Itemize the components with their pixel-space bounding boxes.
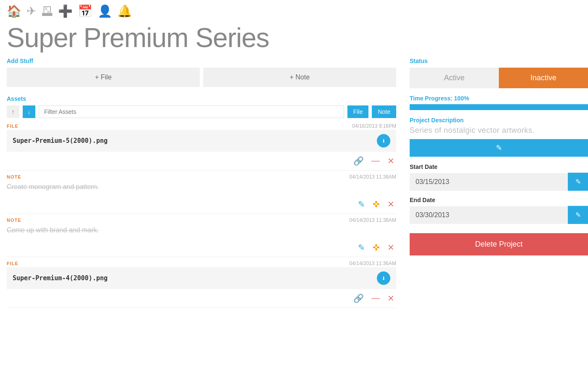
add-file-button[interactable]: + File xyxy=(7,68,200,87)
asset-type-label-3: NOTE xyxy=(7,218,21,223)
start-date-edit-button[interactable]: ✎ xyxy=(568,173,588,191)
edit-description-button[interactable]: ✎ xyxy=(410,139,588,157)
end-date-edit-button[interactable]: ✎ xyxy=(568,206,588,224)
note-text-3: Come up with brand and mark. xyxy=(7,224,396,237)
progress-bar xyxy=(410,104,588,110)
asset-timestamp-1: 04/16/2013 9:16PM xyxy=(352,123,396,129)
plane-icon[interactable]: ✈ xyxy=(26,4,36,18)
filter-note-button[interactable]: Note xyxy=(372,105,396,118)
home-icon[interactable]: 🏠 xyxy=(7,4,21,18)
add-icon[interactable]: ➕ xyxy=(58,4,73,18)
start-date-label: Start Date xyxy=(410,163,588,170)
asset-actions-3: ✎ ✜ ✕ xyxy=(7,238,396,257)
end-date-label: End Date xyxy=(410,197,588,203)
end-date-section: End Date 03/30/2013 ✎ xyxy=(410,197,588,224)
end-date-row: 03/30/2013 ✎ xyxy=(410,206,588,224)
close-icon-2[interactable]: ✕ xyxy=(387,199,395,209)
file-item-4: Super-Premium-4(2000).png ⬇ xyxy=(7,267,396,289)
sort-up-button[interactable]: ↑ xyxy=(7,105,19,118)
filter-file-button[interactable]: File xyxy=(347,105,369,118)
asset-type-label-4: FILE xyxy=(7,261,19,266)
edit-description-icon: ✎ xyxy=(496,144,502,152)
asset-type-label-1: FILE xyxy=(7,124,19,129)
status-toggle: Active Inactive xyxy=(410,68,588,88)
assets-label: Assets xyxy=(7,95,396,102)
asset-actions-2: ✎ ✜ ✕ xyxy=(7,195,396,214)
file-name-4: Super-Premium-4(2000).png xyxy=(13,274,108,282)
file-item-1: Super-Premium-5(2000).png ⬇ xyxy=(7,130,396,152)
minus-icon-4[interactable]: — xyxy=(371,293,380,303)
time-progress-label: Time Progress: 100% xyxy=(410,95,588,102)
delete-project-button[interactable]: Delete Project xyxy=(410,233,588,255)
assets-header: ↑ ↓ File Note xyxy=(7,105,396,118)
cross-icon-2[interactable]: ✜ xyxy=(373,199,380,209)
asset-type-label-2: NOTE xyxy=(7,174,21,179)
link-icon-4[interactable]: 🔗 xyxy=(353,293,364,303)
edit-icon-3[interactable]: ✎ xyxy=(358,242,365,253)
close-icon-4[interactable]: ✕ xyxy=(387,293,395,303)
project-description-text: Series of nostalgic vector artworks. xyxy=(410,126,588,135)
asset-actions-4: 🔗 — ✕ xyxy=(7,289,396,308)
close-icon-3[interactable]: ✕ xyxy=(387,242,395,253)
progress-bar-fill xyxy=(410,104,588,110)
filter-assets-input[interactable] xyxy=(39,105,344,118)
asset-item-4: FILE 04/14/2013 11:36AM Super-Premium-4(… xyxy=(7,260,396,308)
close-icon-1[interactable]: ✕ xyxy=(387,156,395,166)
status-active-button[interactable]: Active xyxy=(410,68,499,88)
person-icon[interactable]: 👤 xyxy=(98,4,112,18)
cross-icon-3[interactable]: ✜ xyxy=(373,242,380,253)
project-description-label: Project Description xyxy=(410,117,588,124)
asset-item-2: NOTE 04/14/2013 11:38AM Create monogram … xyxy=(7,174,396,214)
minus-icon-1[interactable]: — xyxy=(371,156,380,166)
right-panel: Status Active Inactive Time Progress: 10… xyxy=(403,58,588,311)
asset-item-3: NOTE 04/14/2013 11:38AM Come up with bra… xyxy=(7,217,396,257)
file-name-1: Super-Premium-5(2000).png xyxy=(13,137,108,145)
add-stuff-label: Add Stuff xyxy=(7,58,396,64)
inbox-icon[interactable]: 🗳 xyxy=(41,4,53,18)
end-date-value: 03/30/2013 xyxy=(410,206,568,224)
asset-timestamp-4: 04/14/2013 11:36AM xyxy=(350,260,396,266)
add-stuff-row: + File + Note xyxy=(7,68,396,87)
download-button-4[interactable]: ⬇ xyxy=(377,271,390,285)
calendar-icon[interactable]: 📅 xyxy=(78,4,93,18)
link-icon-1[interactable]: 🔗 xyxy=(353,156,364,166)
asset-timestamp-3: 04/14/2013 11:38AM xyxy=(350,217,396,223)
bell-icon[interactable]: 🔔 xyxy=(117,4,132,18)
status-label: Status xyxy=(410,58,588,64)
status-inactive-button[interactable]: Inactive xyxy=(499,68,588,88)
sort-down-button[interactable]: ↓ xyxy=(23,105,35,118)
download-button-1[interactable]: ⬇ xyxy=(377,134,390,147)
page-title: Super Premium Series xyxy=(0,22,588,58)
top-nav: 🏠 ✈ 🗳 ➕ 📅 👤 🔔 xyxy=(0,0,588,22)
start-date-section: Start Date 03/15/2013 ✎ xyxy=(410,163,588,191)
start-date-value: 03/15/2013 xyxy=(410,173,568,191)
start-date-row: 03/15/2013 ✎ xyxy=(410,173,588,191)
edit-icon-2[interactable]: ✎ xyxy=(358,199,365,209)
asset-item-1: FILE 04/16/2013 9:16PM Super-Premium-5(2… xyxy=(7,123,396,171)
asset-timestamp-2: 04/14/2013 11:38AM xyxy=(350,174,396,180)
add-note-button[interactable]: + Note xyxy=(203,68,396,87)
asset-actions-1: 🔗 — ✕ xyxy=(7,152,396,171)
note-text-2: Create monogram and pattern. xyxy=(7,181,396,193)
status-section: Status Active Inactive xyxy=(410,58,588,88)
